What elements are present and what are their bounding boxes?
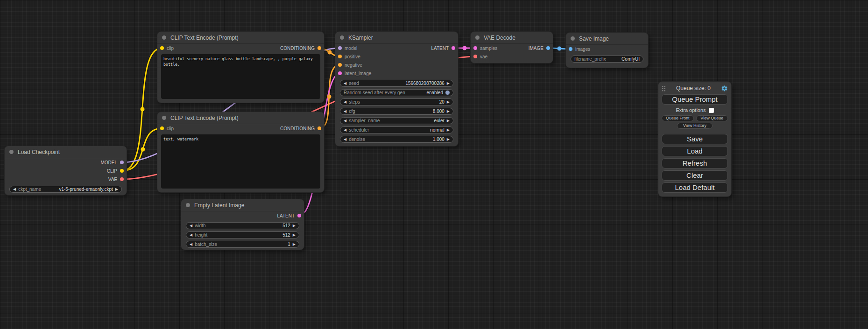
- filename-prefix-widget[interactable]: filename_prefix ComfyUI: [571, 56, 643, 63]
- drag-handle-icon[interactable]: [662, 85, 666, 91]
- load-button[interactable]: Load: [662, 146, 728, 156]
- node-clip-text-encode-negative[interactable]: CLIP Text Encode (Prompt) clip CONDITION…: [157, 112, 324, 192]
- right-arrow-icon[interactable]: ▶: [447, 128, 450, 132]
- widget-label: width: [195, 223, 205, 228]
- refresh-button[interactable]: Refresh: [662, 158, 728, 168]
- left-arrow-icon[interactable]: ◀: [344, 128, 346, 132]
- image-output-port[interactable]: [546, 46, 550, 50]
- height-widget[interactable]: ◀ height 512 ▶: [186, 231, 299, 238]
- widget-label: Random seed after every gen: [344, 90, 405, 95]
- conditioning-output-port[interactable]: [318, 126, 321, 130]
- widget-value: 1: [288, 242, 290, 247]
- widget-label: seed: [349, 81, 359, 86]
- widget-value: 1.000: [433, 137, 445, 142]
- queue-front-button[interactable]: Queue Front: [662, 115, 694, 121]
- latent-image-input-port[interactable]: [338, 71, 342, 75]
- extra-options-checkbox[interactable]: [709, 108, 714, 113]
- node-load-checkpoint[interactable]: Load Checkpoint MODEL CLIP VAE ◀ ckpt_na…: [5, 146, 127, 195]
- widget-value: ComfyUI: [621, 56, 640, 62]
- node-empty-latent-image[interactable]: Empty Latent Image LATENT ◀ width 512 ▶ …: [181, 199, 304, 250]
- left-arrow-icon[interactable]: ◀: [344, 100, 346, 104]
- seed-widget[interactable]: ◀ seed 156680208700286 ▶: [340, 80, 453, 87]
- left-arrow-icon[interactable]: ◀: [344, 138, 346, 141]
- collapse-icon[interactable]: [186, 203, 190, 207]
- load-default-button[interactable]: Load Default: [662, 182, 728, 193]
- random-seed-toggle[interactable]: Random seed after every gen enabled: [340, 89, 453, 96]
- graph-canvas[interactable]: Load Checkpoint MODEL CLIP VAE ◀ ckpt_na…: [0, 0, 868, 329]
- settings-gear-icon[interactable]: [721, 85, 728, 92]
- port-label: positive: [345, 54, 360, 59]
- right-arrow-icon[interactable]: ▶: [447, 82, 450, 85]
- vae-input-port[interactable]: [473, 55, 477, 58]
- negative-input-port[interactable]: [338, 63, 342, 67]
- latent-output-port[interactable]: [297, 214, 301, 217]
- widget-value: 8.000: [433, 109, 445, 114]
- model-output-port[interactable]: [120, 161, 124, 164]
- left-arrow-icon[interactable]: ◀: [344, 119, 346, 123]
- steps-widget[interactable]: ◀ steps 20 ▶: [340, 98, 453, 105]
- widget-value: 512: [282, 223, 290, 228]
- collapse-icon[interactable]: [475, 35, 480, 40]
- denoise-widget[interactable]: ◀ denoise 1.000 ▶: [340, 136, 453, 143]
- port-label: clip: [167, 126, 174, 131]
- node-title: Load Checkpoint: [18, 149, 60, 155]
- collapse-icon[interactable]: [9, 150, 14, 154]
- right-arrow-icon[interactable]: ▶: [293, 224, 296, 228]
- samples-input-port[interactable]: [473, 46, 477, 50]
- toggle-indicator[interactable]: [445, 91, 450, 95]
- collapse-icon[interactable]: [340, 35, 344, 40]
- left-arrow-icon[interactable]: ◀: [344, 82, 346, 85]
- queue-size-label: Queue size: 0: [666, 85, 721, 91]
- right-arrow-icon[interactable]: ▶: [447, 100, 450, 104]
- port-label: negative: [345, 63, 362, 68]
- left-arrow-icon[interactable]: ◀: [190, 233, 192, 237]
- right-arrow-icon[interactable]: ▶: [293, 243, 296, 246]
- vae-output-port[interactable]: [120, 177, 124, 181]
- collapse-icon[interactable]: [162, 116, 166, 120]
- node-ksampler[interactable]: KSampler model LATENT positive negative …: [335, 32, 458, 146]
- right-arrow-icon[interactable]: ▶: [447, 119, 450, 123]
- clear-button[interactable]: Clear: [662, 170, 728, 181]
- right-arrow-icon[interactable]: ▶: [447, 138, 450, 141]
- node-clip-text-encode-positive[interactable]: CLIP Text Encode (Prompt) clip CONDITION…: [157, 32, 324, 103]
- node-save-image[interactable]: Save Image images filename_prefix ComfyU…: [566, 33, 648, 68]
- width-widget[interactable]: ◀ width 512 ▶: [186, 222, 299, 229]
- sampler-name-widget[interactable]: ◀ sampler_name euler ▶: [340, 117, 453, 124]
- right-arrow-icon[interactable]: ▶: [447, 110, 450, 113]
- widget-value: v1-5-pruned-emaonly.ckpt: [59, 187, 113, 192]
- view-queue-button[interactable]: View Queue: [696, 115, 728, 121]
- conditioning-output-port[interactable]: [318, 46, 321, 50]
- left-arrow-icon[interactable]: ◀: [190, 243, 192, 246]
- right-arrow-icon[interactable]: ▶: [293, 233, 296, 237]
- view-history-button[interactable]: View History: [677, 123, 713, 129]
- left-arrow-icon[interactable]: ◀: [190, 224, 192, 228]
- left-arrow-icon[interactable]: ◀: [344, 110, 346, 113]
- node-title: VAE Decode: [484, 35, 515, 41]
- widget-label: denoise: [349, 137, 365, 142]
- widget-label: ckpt_name: [18, 187, 41, 192]
- queue-prompt-button[interactable]: Queue Prompt: [662, 94, 728, 105]
- clip-input-port[interactable]: [160, 46, 164, 50]
- node-vae-decode[interactable]: VAE Decode samples IMAGE vae: [471, 32, 553, 63]
- batch-size-widget[interactable]: ◀ batch_size 1 ▶: [186, 241, 299, 248]
- prompt-text-input[interactable]: beautiful scenery nature glass bottle la…: [161, 54, 320, 99]
- latent-output-port[interactable]: [452, 46, 455, 50]
- scheduler-widget[interactable]: ◀ scheduler normal ▶: [340, 126, 453, 133]
- port-label: LATENT: [431, 46, 449, 51]
- prompt-text-input[interactable]: text, watermark: [161, 134, 320, 189]
- collapse-icon[interactable]: [162, 35, 166, 40]
- cfg-widget[interactable]: ◀ cfg 8.000 ▶: [340, 108, 453, 115]
- ckpt-name-widget[interactable]: ◀ ckpt_name v1-5-pruned-emaonly.ckpt ▶: [9, 186, 122, 193]
- collapse-icon[interactable]: [571, 36, 575, 41]
- widget-value: enabled: [426, 90, 443, 95]
- clip-output-port[interactable]: [120, 169, 124, 173]
- right-arrow-icon[interactable]: ▶: [115, 188, 118, 191]
- port-label: CONDITIONING: [280, 46, 315, 51]
- left-arrow-icon[interactable]: ◀: [13, 188, 16, 191]
- positive-input-port[interactable]: [338, 55, 342, 58]
- clip-input-port[interactable]: [160, 126, 164, 130]
- save-button[interactable]: Save: [662, 134, 728, 144]
- widget-value: 20: [439, 99, 445, 105]
- model-input-port[interactable]: [338, 46, 342, 50]
- images-input-port[interactable]: [569, 47, 572, 51]
